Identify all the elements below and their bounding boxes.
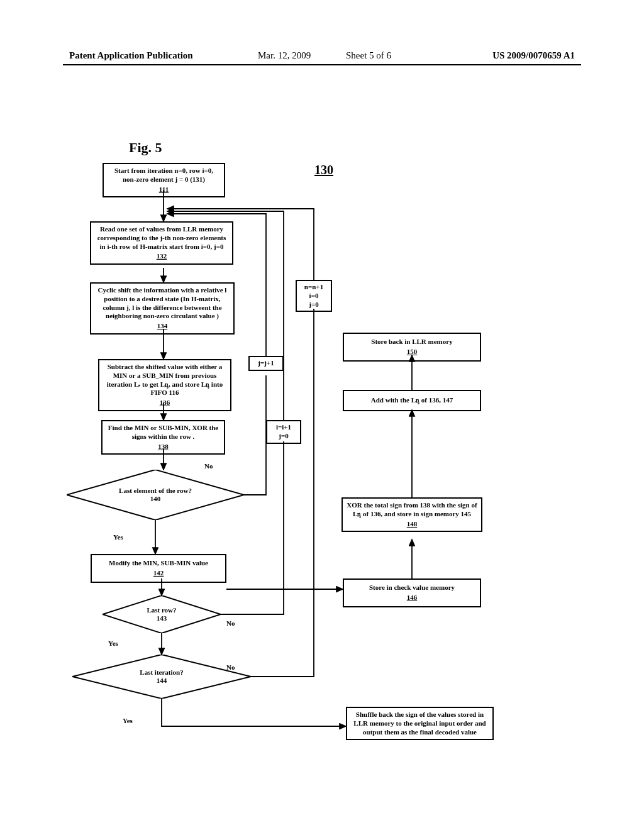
sheet-number: Sheet 5 of 6 [346, 50, 391, 61]
decision-last-row-143: Last row?143 [103, 595, 221, 633]
decision-text: Last element of the row?140 [67, 487, 244, 503]
decision-text: Last iteration?144 [72, 668, 251, 685]
label-yes-144: Yes [123, 717, 133, 724]
box-add-lb-147: Add with the Lᶇ of 136, 147 [343, 390, 481, 411]
box-text: Read one set of values from LLR memory c… [97, 225, 226, 250]
box-xor-sign-148: XOR the total sign from 138 with the sig… [341, 497, 482, 532]
figure-top-ref: 130 [314, 163, 333, 177]
box-text: Store in check value memory [369, 584, 455, 591]
box-ref: 150 [348, 348, 476, 357]
box-text: Store back in LLR memory [371, 338, 452, 345]
box-text: Shuffle back the sign of the values stor… [353, 711, 486, 736]
box-ref: 138 [106, 443, 220, 451]
box-text: Start from iteration n=0, row i=0, non-z… [114, 167, 213, 183]
box-text: n=n+1i=0j=0 [304, 283, 323, 308]
box-find-138: Find the MIN or SUB-MIN, XOR the signs w… [101, 420, 225, 455]
box-n-plus-1: n=n+1i=0j=0 [296, 280, 332, 312]
box-ref: 136 [103, 399, 226, 407]
box-text: Find the MIN or SUB-MIN, XOR the signs w… [108, 424, 219, 440]
box-shift-134: Cyclic shift the information with a rela… [90, 282, 235, 335]
label-no-144: No [226, 663, 235, 671]
label-yes-140: Yes [113, 533, 123, 541]
box-subtract-136: Subtract the shifted value with either a… [98, 359, 231, 411]
header-rule [63, 64, 581, 65]
box-shuffle-output: Shuffle back the sign of the values stor… [346, 707, 494, 740]
label-no-140: No [204, 462, 213, 470]
page-header: Patent Application Publication Mar. 12, … [69, 50, 575, 61]
label-no-143: No [226, 619, 235, 627]
box-text: j=j+1 [258, 359, 274, 367]
box-ref: 142 [96, 569, 221, 578]
box-read-132: Read one set of values from LLR memory c… [90, 221, 233, 265]
box-ref: 134 [95, 322, 230, 331]
box-ref: 111 [108, 185, 220, 194]
box-ref: 146 [348, 594, 476, 602]
decision-text: Last row?143 [103, 606, 221, 622]
box-ref: 148 [347, 520, 477, 529]
box-ref: 132 [95, 252, 228, 261]
decision-last-element-140: Last element of the row?140 [67, 470, 244, 520]
box-text: Add with the Lᶇ of 136, 147 [371, 396, 453, 404]
box-start-111: Start from iteration n=0, row i=0, non-z… [103, 163, 225, 197]
box-store-llr-150: Store back in LLR memory 150 [343, 333, 481, 362]
box-modify-142: Modify the MIN, SUB-MIN value 142 [91, 554, 226, 583]
box-text: i=i+1j=0 [276, 423, 291, 440]
box-text: Subtract the shifted value with either a… [107, 363, 223, 396]
publication-date: Mar. 12, 2009 [258, 50, 311, 61]
box-i-plus-1: i=i+1j=0 [266, 420, 301, 444]
box-text: Modify the MIN, SUB-MIN value [109, 559, 208, 567]
decision-last-iteration-144: Last iteration?144 [72, 655, 251, 699]
box-j-plus-1: j=j+1 [248, 356, 284, 371]
label-yes-143: Yes [108, 639, 118, 647]
publication-label: Patent Application Publication [69, 50, 193, 60]
connectors [0, 0, 644, 830]
box-text: Cyclic shift the information with a rela… [98, 286, 227, 319]
figure-label: Fig. 5 [129, 140, 162, 156]
document-number: US 2009/0070659 A1 [492, 50, 575, 61]
box-store-check-146: Store in check value memory 146 [343, 578, 481, 607]
box-text: XOR the total sign from 138 with the sig… [347, 501, 477, 517]
